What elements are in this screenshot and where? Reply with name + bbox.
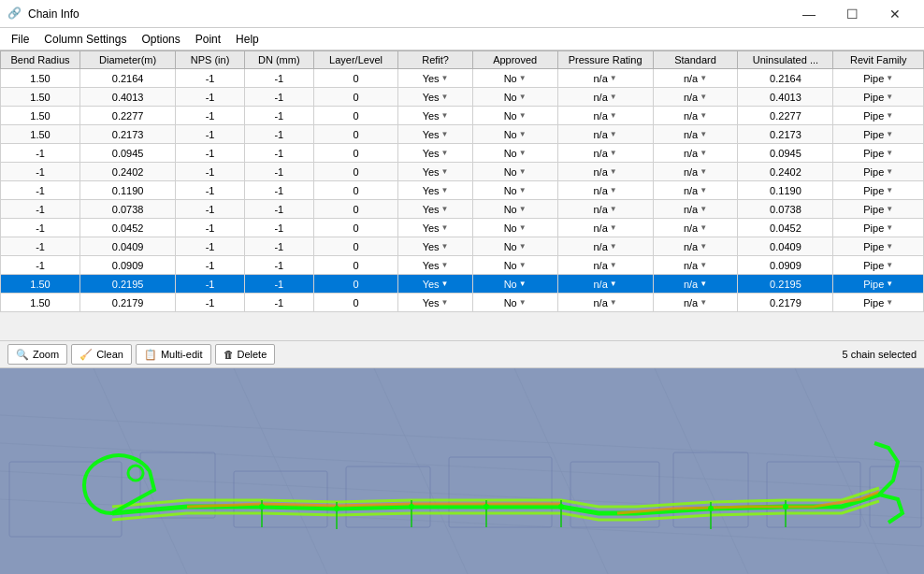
dropdown-arrow[interactable]: ▼: [610, 205, 617, 213]
dropdown-arrow[interactable]: ▼: [441, 205, 449, 213]
dropdown-arrow[interactable]: ▼: [700, 93, 707, 101]
dropdown-arrow[interactable]: ▼: [519, 242, 527, 251]
dropdown-arrow[interactable]: ▼: [886, 261, 893, 269]
dropdown-arrow[interactable]: ▼: [519, 74, 527, 82]
col-header-standard[interactable]: Standard: [653, 51, 738, 69]
table-row[interactable]: 1.50 0.2179 -1 -1 0 Yes▼ No▼ n/a▼ n/a▼ 0…: [1, 294, 924, 312]
dropdown-arrow[interactable]: ▼: [610, 280, 617, 288]
dropdown-arrow[interactable]: ▼: [700, 298, 707, 307]
dropdown-arrow[interactable]: ▼: [610, 93, 617, 101]
col-header-bend[interactable]: Bend Radius: [1, 51, 80, 69]
table-scroll[interactable]: Bend Radius Diameter(m) NPS (in) DN (mm)…: [0, 50, 924, 322]
dropdown-arrow[interactable]: ▼: [441, 261, 449, 269]
col-header-pressure[interactable]: Pressure Rating: [557, 51, 653, 69]
table-row[interactable]: -1 0.0909 -1 -1 0 Yes▼ No▼ n/a▼ n/a▼ 0.0…: [1, 256, 924, 275]
dropdown-arrow[interactable]: ▼: [519, 280, 527, 288]
dropdown-arrow[interactable]: ▼: [610, 130, 617, 138]
dropdown-arrow[interactable]: ▼: [700, 167, 707, 176]
menu-file[interactable]: File: [4, 31, 36, 48]
menu-column-settings[interactable]: Column Settings: [36, 31, 134, 48]
menu-help[interactable]: Help: [228, 31, 267, 48]
dropdown-arrow[interactable]: ▼: [519, 261, 527, 269]
dropdown-arrow[interactable]: ▼: [610, 261, 617, 269]
dropdown-arrow[interactable]: ▼: [441, 242, 449, 251]
table-row[interactable]: 1.50 0.2164 -1 -1 0 Yes▼ No▼ n/a▼ n/a▼ 0…: [1, 69, 924, 88]
dropdown-arrow[interactable]: ▼: [886, 280, 893, 288]
dropdown-arrow[interactable]: ▼: [700, 74, 707, 82]
dropdown-arrow[interactable]: ▼: [519, 223, 527, 232]
dropdown-arrow[interactable]: ▼: [441, 280, 449, 288]
dropdown-arrow[interactable]: ▼: [700, 223, 707, 232]
dropdown-arrow[interactable]: ▼: [441, 298, 449, 307]
clean-button[interactable]: 🧹 Clean: [71, 344, 132, 365]
col-header-dn[interactable]: DN (mm): [244, 51, 313, 69]
dropdown-arrow[interactable]: ▼: [441, 93, 449, 101]
dropdown-arrow[interactable]: ▼: [886, 242, 893, 251]
table-row[interactable]: 1.50 0.4013 -1 -1 0 Yes▼ No▼ n/a▼ n/a▼ 0…: [1, 88, 924, 107]
dropdown-arrow[interactable]: ▼: [519, 298, 527, 307]
dropdown-arrow[interactable]: ▼: [610, 242, 617, 251]
dropdown-arrow[interactable]: ▼: [700, 149, 707, 157]
dropdown-arrow[interactable]: ▼: [519, 205, 527, 213]
delete-button[interactable]: 🗑 Delete: [215, 344, 276, 365]
dropdown-arrow[interactable]: ▼: [610, 111, 617, 120]
table-row[interactable]: -1 0.0738 -1 -1 0 Yes▼ No▼ n/a▼ n/a▼ 0.0…: [1, 200, 924, 219]
col-header-nps[interactable]: NPS (in): [176, 51, 245, 69]
col-header-layer[interactable]: Layer/Level: [313, 51, 398, 69]
dropdown-arrow[interactable]: ▼: [441, 111, 449, 120]
dropdown-arrow[interactable]: ▼: [886, 167, 893, 176]
dropdown-arrow[interactable]: ▼: [886, 130, 893, 138]
dropdown-arrow[interactable]: ▼: [610, 223, 617, 232]
dropdown-arrow[interactable]: ▼: [441, 186, 449, 194]
dropdown-arrow[interactable]: ▼: [519, 93, 527, 101]
table-row[interactable]: -1 0.0945 -1 -1 0 Yes▼ No▼ n/a▼ n/a▼ 0.0…: [1, 144, 924, 163]
dropdown-arrow[interactable]: ▼: [886, 111, 893, 120]
col-header-uninsulated[interactable]: Uninsulated ...: [738, 51, 833, 69]
table-row[interactable]: 1.50 0.2195 -1 -1 0 Yes▼ No▼ n/a▼ n/a▼ 0…: [1, 275, 924, 294]
dropdown-arrow[interactable]: ▼: [610, 167, 617, 176]
dropdown-arrow[interactable]: ▼: [610, 74, 617, 82]
dropdown-arrow[interactable]: ▼: [610, 149, 617, 157]
table-row[interactable]: -1 0.2402 -1 -1 0 Yes▼ No▼ n/a▼ n/a▼ 0.2…: [1, 163, 924, 181]
dropdown-arrow[interactable]: ▼: [519, 167, 527, 176]
dropdown-arrow[interactable]: ▼: [700, 280, 707, 288]
maximize-button[interactable]: ☐: [830, 0, 873, 28]
dropdown-arrow[interactable]: ▼: [886, 74, 893, 82]
table-row[interactable]: 1.50 0.2277 -1 -1 0 Yes▼ No▼ n/a▼ n/a▼ 0…: [1, 107, 924, 125]
table-row[interactable]: -1 0.0409 -1 -1 0 Yes▼ No▼ n/a▼ n/a▼ 0.0…: [1, 237, 924, 256]
dropdown-arrow[interactable]: ▼: [441, 149, 449, 157]
col-header-revit[interactable]: Revit Family: [833, 51, 924, 69]
table-row[interactable]: -1 0.1190 -1 -1 0 Yes▼ No▼ n/a▼ n/a▼ 0.1…: [1, 181, 924, 200]
multi-edit-button[interactable]: 📋 Multi-edit: [136, 344, 211, 365]
minimize-button[interactable]: —: [787, 0, 830, 28]
dropdown-arrow[interactable]: ▼: [441, 74, 449, 82]
dropdown-arrow[interactable]: ▼: [886, 205, 893, 213]
dropdown-arrow[interactable]: ▼: [886, 93, 893, 101]
dropdown-arrow[interactable]: ▼: [700, 186, 707, 194]
dropdown-arrow[interactable]: ▼: [886, 186, 893, 194]
table-row[interactable]: -1 0.0452 -1 -1 0 Yes▼ No▼ n/a▼ n/a▼ 0.0…: [1, 219, 924, 237]
dropdown-arrow[interactable]: ▼: [519, 186, 527, 194]
dropdown-arrow[interactable]: ▼: [886, 223, 893, 232]
col-header-diam[interactable]: Diameter(m): [80, 51, 176, 69]
dropdown-arrow[interactable]: ▼: [441, 223, 449, 232]
dropdown-arrow[interactable]: ▼: [441, 167, 449, 176]
table-row[interactable]: 1.50 0.2173 -1 -1 0 Yes▼ No▼ n/a▼ n/a▼ 0…: [1, 125, 924, 144]
dropdown-arrow[interactable]: ▼: [610, 298, 617, 307]
dropdown-arrow[interactable]: ▼: [519, 149, 527, 157]
dropdown-arrow[interactable]: ▼: [886, 149, 893, 157]
dropdown-arrow[interactable]: ▼: [700, 242, 707, 251]
dropdown-arrow[interactable]: ▼: [519, 130, 527, 138]
dropdown-arrow[interactable]: ▼: [700, 130, 707, 138]
dropdown-arrow[interactable]: ▼: [700, 261, 707, 269]
dropdown-arrow[interactable]: ▼: [700, 205, 707, 213]
dropdown-arrow[interactable]: ▼: [886, 298, 893, 307]
dropdown-arrow[interactable]: ▼: [700, 111, 707, 120]
dropdown-arrow[interactable]: ▼: [519, 111, 527, 120]
menu-point[interactable]: Point: [188, 31, 228, 48]
col-header-approved[interactable]: Approved: [472, 51, 557, 69]
zoom-button[interactable]: 🔍 Zoom: [7, 344, 67, 365]
dropdown-arrow[interactable]: ▼: [441, 130, 449, 138]
dropdown-arrow[interactable]: ▼: [610, 186, 617, 194]
close-button[interactable]: ✕: [873, 0, 917, 28]
